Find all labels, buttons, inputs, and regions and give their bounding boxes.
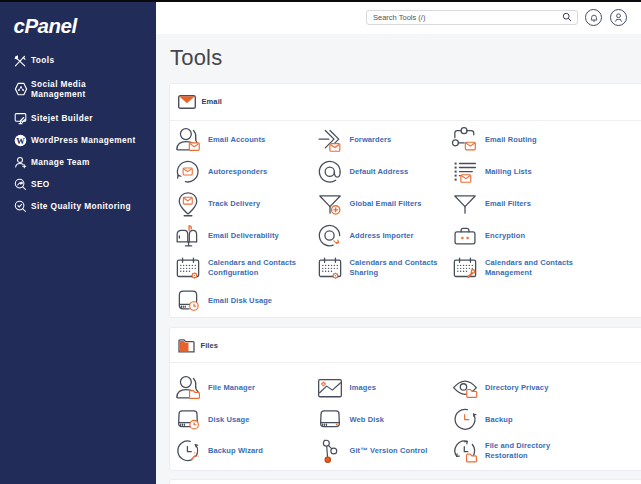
svg-text:W: W xyxy=(16,135,25,145)
